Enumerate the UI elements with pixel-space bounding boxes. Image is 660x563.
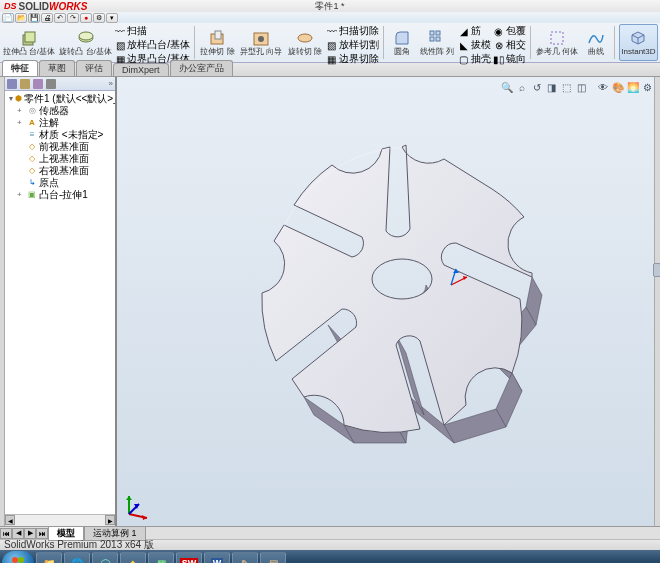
tree-scrollbar[interactable]: ◀ ▶ [5, 514, 115, 526]
loft-boss-icon: ▧ [115, 40, 125, 50]
fillet-button[interactable]: 圆角 [388, 24, 416, 61]
swept-cut-button[interactable]: 〰扫描切除 [327, 24, 379, 38]
document-title: 零件1 * [315, 0, 344, 13]
qat-save-button[interactable]: 💾 [28, 13, 40, 23]
extrude-cut-button[interactable]: 拉伸切 除 [199, 24, 236, 61]
loft-boss-button[interactable]: ▧放样凸台/基体 [115, 38, 190, 52]
svg-rect-10 [436, 31, 440, 35]
ribbon-separator [383, 26, 384, 59]
tree-header-expand-icon[interactable]: » [109, 79, 113, 88]
hide-show-button[interactable]: 👁 [596, 81, 609, 94]
qat-new-button[interactable]: 📄 [2, 13, 14, 23]
tree-tab-dimxpert-icon[interactable] [46, 79, 56, 89]
taskbar-explorer-button[interactable]: 📁 [36, 552, 62, 563]
linear-pattern-button[interactable]: 线性阵 列 [419, 24, 456, 61]
task-pane-handle[interactable] [653, 263, 660, 277]
sensors-icon: ◎ [27, 106, 37, 116]
apply-scene-button[interactable]: 🌅 [626, 81, 639, 94]
qat-print-button[interactable]: 🖨 [41, 13, 53, 23]
start-button[interactable] [2, 551, 34, 563]
curves-button[interactable]: 曲线 [582, 24, 610, 61]
revolve-cut-button[interactable]: 旋转切 除 [287, 24, 324, 61]
tree-front-plane[interactable]: ◇前视基准面 [7, 141, 113, 153]
redo-icon: ↷ [70, 14, 76, 22]
taskbar-word-button[interactable]: W [204, 552, 230, 563]
tab-sketch[interactable]: 草图 [39, 60, 75, 76]
mirror-button[interactable]: ▮▯镜向 [494, 52, 526, 66]
graphics-viewport[interactable]: 🔍 ⌕ ↺ ◨ ⬚ ◫ 👁 🎨 🌅 ⚙ [117, 77, 660, 526]
qat-undo-button[interactable]: ↶ [54, 13, 66, 23]
display-style-button[interactable]: ◫ [575, 81, 588, 94]
section-view-button[interactable]: ◨ [545, 81, 558, 94]
tree-material[interactable]: ≡材质 <未指定> [7, 129, 113, 141]
hole-wizard-button[interactable]: 异型孔 向导 [239, 24, 283, 61]
taskbar-browser-button[interactable]: 🌐 [64, 552, 90, 563]
feature-group-2: ◉包覆 ⊗相交 ▮▯镜向 [494, 24, 526, 61]
ref-geom-button[interactable]: 参考几 何体 [535, 24, 579, 61]
taskbar-app1-button[interactable]: ◯ [92, 552, 118, 563]
taskbar-solidworks-button[interactable]: SW [176, 552, 202, 563]
loft-cut-button[interactable]: ▧放样切割 [327, 38, 379, 52]
qat-rebuild-button[interactable]: ● [80, 13, 92, 23]
feature-tree[interactable]: ▾⬢零件1 (默认<<默认>_显示状态 +◎传感器 +A注解 ≡材质 <未指定>… [5, 91, 115, 514]
tree-feature-extrude1[interactable]: +▣凸台-拉伸1 [7, 189, 113, 201]
model-part[interactable] [187, 97, 617, 497]
viewport-right-task-strip[interactable] [654, 77, 660, 526]
intersect-button[interactable]: ⊗相交 [494, 38, 526, 52]
shell-icon: ▢ [459, 54, 469, 64]
view-settings-button[interactable]: ⚙ [641, 81, 654, 94]
taskbar-app4-button[interactable]: ✎ [232, 552, 258, 563]
taskbar-app5-button[interactable]: ▤ [260, 552, 286, 563]
extrude-boss-button[interactable]: 拉伸凸 台/基体 [2, 24, 56, 61]
view-orientation-button[interactable]: ⬚ [560, 81, 573, 94]
qat-select-button[interactable]: ▾ [106, 13, 118, 23]
previous-view-button[interactable]: ↺ [530, 81, 543, 94]
tree-annotations[interactable]: +A注解 [7, 117, 113, 129]
tab-office[interactable]: 办公室产品 [170, 60, 233, 76]
tab-nav-prev-button[interactable]: ◀ [12, 528, 24, 539]
tree-tab-config-icon[interactable] [33, 79, 43, 89]
orientation-triad-icon[interactable] [123, 492, 151, 520]
swept-boss-button[interactable]: 〰扫描 [115, 24, 190, 38]
taskbar-app2-button[interactable]: ◆ [120, 552, 146, 563]
rib-button[interactable]: ◢筋 [459, 24, 491, 38]
revolve-boss-button[interactable]: 旋转凸 台/基体 [59, 24, 113, 61]
tab-nav-next-button[interactable]: ▶ [24, 528, 36, 539]
scroll-right-icon[interactable]: ▶ [105, 515, 115, 525]
qat-open-button[interactable]: 📂 [15, 13, 27, 23]
tab-feature[interactable]: 特征 [2, 60, 38, 76]
draft-button[interactable]: ◣拔模 [459, 38, 491, 52]
globe-icon: 🌐 [71, 558, 83, 564]
edit-appearance-button[interactable]: 🎨 [611, 81, 624, 94]
qat-options-button[interactable]: ⚙ [93, 13, 105, 23]
tab-evaluate[interactable]: 评估 [76, 60, 112, 76]
boss-group: 〰扫描 ▧放样凸台/基体 ▦边界凸台/基体 [115, 24, 190, 61]
swept-cut-icon: 〰 [327, 26, 337, 36]
scroll-left-icon[interactable]: ◀ [5, 515, 15, 525]
tree-tab-property-icon[interactable] [20, 79, 30, 89]
taskbar-app3-button[interactable]: ▦ [148, 552, 174, 563]
tree-origin[interactable]: ↳原点 [7, 177, 113, 189]
zoom-area-button[interactable]: ⌕ [515, 81, 528, 94]
tree-right-plane[interactable]: ◇右视基准面 [7, 165, 113, 177]
plane-icon: ◇ [27, 154, 37, 164]
tab-nav-first-button[interactable]: ⏮ [0, 528, 12, 539]
part-icon: ⬢ [15, 94, 22, 104]
sw-icon: SW [180, 558, 199, 563]
shell-button[interactable]: ▢抽壳 [459, 52, 491, 66]
app-icon: ▦ [157, 558, 166, 564]
tree-sensors[interactable]: +◎传感器 [7, 105, 113, 117]
qat-redo-button[interactable]: ↷ [67, 13, 79, 23]
zoom-fit-button[interactable]: 🔍 [500, 81, 513, 94]
tab-dimxpert[interactable]: DimXpert [113, 63, 169, 76]
tab-nav: ⏮ ◀ ▶ ⏭ [0, 528, 48, 539]
tree-tab-featuretree-icon[interactable] [7, 79, 17, 89]
quick-access-toolbar: 📄 📂 💾 🖨 ↶ ↷ ● ⚙ ▾ [0, 12, 660, 23]
instant3d-button[interactable]: Instant3D [619, 24, 658, 61]
tab-nav-last-button[interactable]: ⏭ [36, 528, 48, 539]
wrap-button[interactable]: ◉包覆 [494, 24, 526, 38]
boundary-cut-button[interactable]: ▦边界切除 [327, 52, 379, 66]
tree-root[interactable]: ▾⬢零件1 (默认<<默认>_显示状态 [7, 93, 113, 105]
rib-icon: ◢ [459, 26, 469, 36]
tree-top-plane[interactable]: ◇上视基准面 [7, 153, 113, 165]
